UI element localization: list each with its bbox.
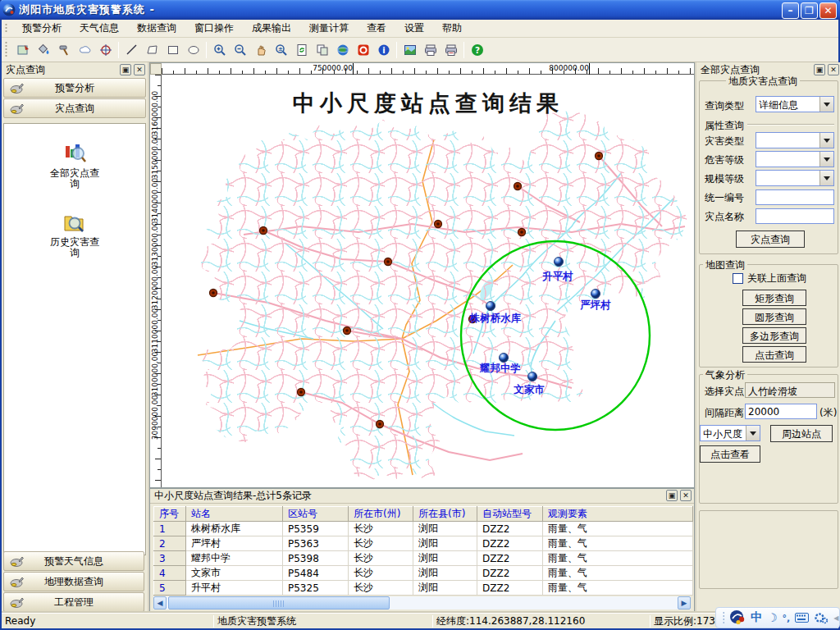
table-cell[interactable]: 雨量、气 [543, 551, 693, 566]
sidebar-item-all-disaster-query[interactable]: 全部灾点查 询 [4, 142, 145, 189]
scroll-right-icon[interactable]: ▶ [678, 596, 691, 609]
close-icon[interactable]: ✕ [134, 64, 145, 75]
ellipse-tool-icon[interactable] [183, 39, 203, 60]
table-cell[interactable]: DZZ2 [477, 536, 543, 551]
row-header[interactable]: 5 [154, 581, 186, 596]
menu-item-测量计算[interactable]: 测量计算 [300, 19, 358, 38]
scale-combo[interactable]: 中小尺度 [700, 425, 760, 441]
table-cell[interactable]: 严坪村 [186, 536, 283, 551]
row-header[interactable]: 3 [154, 551, 186, 566]
hammer-tool-icon[interactable] [54, 39, 75, 60]
help-icon[interactable]: ? [467, 39, 487, 60]
restore-button[interactable]: ❐ [801, 2, 818, 19]
ime-logo-icon[interactable] [729, 609, 746, 626]
scrollbar-thumb[interactable] [168, 596, 390, 609]
ime-fullwidth-icon[interactable]: ☽ [767, 611, 778, 624]
统一编号-input[interactable] [756, 189, 834, 205]
globe-icon[interactable] [332, 39, 353, 60]
chevron-down-icon[interactable] [819, 97, 833, 112]
export-image-icon[interactable] [399, 39, 420, 60]
close-icon[interactable]: ✕ [828, 64, 839, 75]
table-cell[interactable]: DZZ2 [477, 566, 543, 581]
menu-item-数据查询[interactable]: 数据查询 [128, 19, 185, 38]
灾害类型-combo[interactable] [756, 132, 834, 148]
map-query-button-矩形查询[interactable]: 矩形查询 [742, 290, 806, 306]
pan-hand-icon[interactable] [250, 39, 271, 60]
close-icon[interactable]: ✕ [680, 490, 692, 501]
table-cell[interactable]: 长沙 [349, 551, 413, 566]
table-cell[interactable]: 耀邦中学 [186, 551, 283, 566]
rectangle-tool-icon[interactable] [162, 39, 183, 60]
table-cell[interactable]: 雨量、气 [543, 581, 693, 596]
table-cell[interactable]: P5398 [283, 551, 349, 566]
menu-item-窗口操作[interactable]: 窗口操作 [185, 19, 243, 38]
chevron-down-icon[interactable] [819, 133, 833, 148]
polygon-tool-icon[interactable] [142, 39, 162, 60]
ime-mode-chinese[interactable]: 中 [751, 610, 762, 625]
menu-item-预警分析[interactable]: 预警分析 [13, 19, 71, 38]
table-cell[interactable]: 浏阳 [413, 536, 477, 551]
print-icon[interactable] [420, 39, 441, 60]
table-cell[interactable]: 浏阳 [413, 581, 477, 596]
chevron-down-icon[interactable] [819, 152, 833, 167]
checkbox-icon[interactable] [733, 273, 743, 284]
distance-input[interactable]: 20000 [745, 404, 817, 419]
column-header-观测要素[interactable]: 观测要素 [543, 507, 693, 522]
zoom-extent-icon[interactable]: ± [271, 39, 291, 60]
table-cell[interactable]: 雨量、气 [543, 522, 693, 536]
copy-layers-icon[interactable] [312, 39, 332, 60]
table-cell[interactable]: 雨量、气 [543, 536, 693, 551]
table-cell[interactable]: 株树桥水库 [186, 522, 283, 536]
table-row[interactable]: 4文家市P5484长沙浏阳DZZ2雨量、气 [154, 566, 693, 581]
sidebar-section-工程管理[interactable]: 工程管理 [3, 592, 144, 612]
column-header-所在县(市)[interactable]: 所在县(市) [413, 507, 477, 522]
row-header[interactable]: 4 [154, 566, 186, 581]
scroll-left-icon[interactable]: ◀ [153, 596, 167, 609]
click-view-button[interactable]: 点击查看 [700, 445, 760, 463]
table-row[interactable]: 2严坪村P5363长沙浏阳DZZ2雨量、气 [154, 536, 693, 551]
map-canvas[interactable]: 升平村 严坪村 株树桥水库 耀邦中学 文家市 中小尺度站点查询结果 [162, 75, 694, 487]
column-header-站名[interactable]: 站名 [186, 507, 283, 522]
chevron-down-icon[interactable] [819, 171, 833, 185]
table-cell[interactable]: 长沙 [349, 581, 413, 596]
table-cell[interactable]: DZZ2 [477, 551, 543, 566]
table-cell[interactable]: P5325 [283, 581, 349, 596]
table-cell[interactable]: 浏阳 [413, 551, 477, 566]
nearby-stations-button[interactable]: 周边站点 [770, 425, 833, 442]
row-header[interactable]: 1 [154, 522, 186, 536]
menu-item-天气信息[interactable]: 天气信息 [71, 19, 128, 38]
ime-collapse-icon[interactable]: ◀ [833, 614, 838, 622]
sidebar-section-预警天气信息[interactable]: 预警天气信息 [3, 551, 144, 571]
table-cell[interactable]: DZZ2 [477, 522, 543, 536]
灾点名称-input[interactable] [756, 208, 834, 224]
query-type-combo[interactable]: 详细信息 [756, 96, 834, 112]
危害等级-combo[interactable] [756, 151, 834, 167]
menu-item-查看[interactable]: 查看 [358, 19, 395, 38]
menu-item-帮助[interactable]: 帮助 [433, 19, 471, 38]
menu-item-设置[interactable]: 设置 [395, 19, 433, 38]
close-button[interactable]: ✕ [819, 2, 837, 19]
table-cell[interactable]: 浏阳 [413, 566, 477, 581]
map-query-icon[interactable] [13, 39, 34, 60]
chevron-down-icon[interactable] [746, 426, 760, 441]
sidebar-item-history-disaster-query[interactable]: 历史灾害查 询 [4, 211, 145, 258]
link-query-checkbox-row[interactable]: 关联上面查询 [733, 272, 806, 285]
sidebar-section-灾点查询[interactable]: 灾点查询 [3, 98, 146, 118]
table-cell[interactable]: 升平村 [186, 581, 283, 596]
cloud-icon[interactable] [75, 39, 95, 60]
ime-settings-gear-icon[interactable] [814, 611, 829, 624]
sidebar-section-预警分析[interactable]: 预警分析 [3, 78, 146, 98]
table-row[interactable]: 1株树桥水库P5359长沙浏阳DZZ2雨量、气 [154, 522, 693, 536]
table-cell[interactable]: 长沙 [349, 536, 413, 551]
column-header-所在市(州)[interactable]: 所在市(州) [349, 507, 413, 522]
pin-icon[interactable]: ▣ [814, 64, 825, 75]
horizontal-scrollbar[interactable]: ◀ ▶ [153, 596, 691, 609]
minimize-button[interactable]: – [782, 2, 799, 19]
table-cell[interactable]: 长沙 [349, 522, 413, 536]
规模等级-combo[interactable] [756, 170, 834, 186]
column-header-自动站型号[interactable]: 自动站型号 [477, 507, 543, 522]
zoom-in-icon[interactable] [209, 39, 230, 60]
flood-fill-icon[interactable] [34, 39, 54, 60]
ime-punctuation-icon[interactable]: °, [783, 613, 791, 623]
table-row[interactable]: 3耀邦中学P5398长沙浏阳DZZ2雨量、气 [154, 551, 693, 566]
